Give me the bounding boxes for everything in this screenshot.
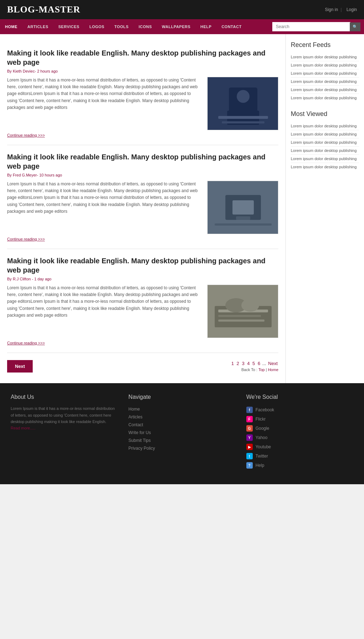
footer-navigate-title: Navigate [128,394,235,400]
footer-about: About Us Lorem Ipsum is that it has a mo… [11,394,118,470]
recent-item-2: Lorem ipsum dolor desktop publishing [291,61,359,69]
back-to-home[interactable]: Home [268,368,278,372]
flickr-link[interactable]: Flickr [256,417,266,422]
next-button[interactable]: Next [7,360,33,373]
twitter-link[interactable]: Twitter [256,454,268,459]
page-4[interactable]: 4 [247,361,250,366]
recent-item-4: Lorem ipsum dolor desktop publishing [291,78,359,86]
article-1-body: Lorem Ipsum is that it has a more-or-les… [7,77,278,130]
footer-nav-writeforus[interactable]: Write for Us [128,429,235,437]
nav-item-icons[interactable]: ICONS [134,20,157,33]
viewed-item-1: Lorem ipsum dolor desktop publishing [291,122,359,130]
main-container: Making it look like readable English. Ma… [0,34,364,383]
article-1-text: Lorem Ipsum is that it has a more-or-les… [7,77,202,111]
help-link[interactable]: Help [256,463,264,468]
search-input[interactable] [272,22,350,31]
article-2-meta: By Fred G.Meyer- 10 hours ago [7,173,278,177]
footer-about-title: About Us [11,394,118,400]
facebook-link[interactable]: Facebook [256,407,274,412]
nav-item-services[interactable]: SERVICES [53,20,84,33]
page-3[interactable]: 3 [242,361,244,366]
nav-items-list: HOME ARTICLES SERVICES LOGOS TOOLS ICONS… [0,20,269,33]
article-3: Making it look like readable English. Ma… [7,249,278,353]
page-1[interactable]: 1 [231,361,234,366]
social-facebook: f Facebook [246,405,353,414]
content-area: Making it look like readable English. Ma… [0,34,286,383]
recent-feeds-title: Recent Feeds [291,41,359,49]
login-link[interactable]: Login [347,7,357,12]
article-3-title: Making it look like readable English. Ma… [7,256,278,275]
google-link[interactable]: Google [256,426,269,431]
article-2-text: Lorem Ipsum is that it has a more-or-les… [7,181,202,215]
article-2-author: By Fred G.Meyer- [7,173,38,177]
footer: About Us Lorem Ipsum is that it has a mo… [0,383,364,484]
header-auth-links: Sign in | Login [323,7,357,12]
yahoo-link[interactable]: Yahoo [256,435,268,440]
page-6[interactable]: 6 [258,361,260,366]
viewed-item-6: Lorem ipsum dolor desktop publishing [291,163,359,171]
footer-nav-home[interactable]: Home [128,405,235,413]
back-to-top[interactable]: Top [258,368,265,372]
footer-about-text: Lorem Ipsum is that it has a more-or-les… [11,405,118,425]
footer-nav-privacy[interactable]: Privacy Policy [128,444,235,452]
article-2-time: 10 hours ago [39,173,62,177]
page-2[interactable]: 2 [237,361,239,366]
pagination-area: Next 1 2 3 4 5 6 ... Next Back To : Top … [7,353,278,376]
sidebar: Recent Feeds Lorem ipsum dolor desktop p… [286,34,364,383]
article-3-meta: By R.J Clifton - 1 day ago [7,277,278,281]
page-5[interactable]: 5 [252,361,255,366]
article-1-author: By Kieth Deviec- [7,69,36,73]
nav-item-articles[interactable]: ARTICLES [22,20,53,33]
youtube-icon: ▶ [246,444,253,450]
svg-rect-9 [236,216,250,220]
svg-point-2 [237,90,250,103]
nav-item-help[interactable]: HELP [196,20,216,33]
search-button[interactable]: 🔍 [350,22,360,31]
footer-social-title: We're Social [246,394,353,400]
viewed-item-4: Lorem ipsum dolor desktop publishing [291,147,359,155]
article-2-image [207,181,278,234]
footer-read-more[interactable]: Read more..... [11,426,36,430]
footer-nav-submittips[interactable]: Submit Tips [128,437,235,444]
recent-item-5: Lorem ipsum dolor desktop publishing [291,86,359,94]
article-3-image [207,285,278,338]
svg-rect-4 [218,116,268,119]
footer-social: We're Social f Facebook F Flickr G Googl… [246,394,353,470]
signin-link[interactable]: Sign in [325,7,338,12]
article-2-image-svg [208,181,278,234]
social-youtube: ▶ Youtube [246,442,353,451]
article-1-meta: By Kieth Deviec- 2 hours ago [7,69,278,73]
article-3-text: Lorem Ipsum is that it has a more-or-les… [7,285,202,319]
most-viewed-title: Most Viewed [291,110,359,118]
youtube-link[interactable]: Youtube [256,444,271,449]
article-3-continue[interactable]: Continue reading >>> [7,341,45,345]
page-numbers: 1 2 3 4 5 6 ... Next [231,361,278,366]
article-2-body: Lorem Ipsum is that it has a more-or-les… [7,181,278,234]
article-3-image-svg [208,285,278,338]
social-twitter: t Twitter [246,451,353,461]
footer-nav-articles[interactable]: Articles [128,413,235,421]
recent-item-3: Lorem ipsum dolor desktop publishing [291,69,359,78]
back-to: Back To : Top | Home [241,366,278,372]
article-1-continue[interactable]: Continue reading >>> [7,133,45,137]
article-1-title: Making it look like readable English. Ma… [7,48,278,67]
pagination-right: 1 2 3 4 5 6 ... Next Back To : Top | Hom… [231,361,278,372]
google-icon: G [246,425,253,432]
site-logo: BLOG-MASTER [7,4,80,15]
footer-nav-contact[interactable]: Contact [128,421,235,429]
svg-rect-15 [218,320,264,322]
nav-item-logos[interactable]: LOGOS [84,20,109,33]
navigation: HOME ARTICLES SERVICES LOGOS TOOLS ICONS… [0,19,364,34]
nav-item-wallpapers[interactable]: WALLPAPERS [157,20,196,33]
svg-point-17 [241,299,259,312]
twitter-icon: t [246,453,253,459]
nav-item-home[interactable]: HOME [0,20,22,33]
article-2-continue[interactable]: Continue reading >>> [7,237,45,241]
nav-item-tools[interactable]: TOOLS [109,20,134,33]
svg-rect-14 [218,315,261,317]
article-3-time: 1 day ago [34,277,51,281]
help-icon: ? [246,462,253,469]
nav-item-contact[interactable]: CONTACT [216,20,246,33]
recent-item-6: Lorem ipsum dolor desktop publishing [291,94,359,102]
page-next-link[interactable]: Next [268,361,278,366]
